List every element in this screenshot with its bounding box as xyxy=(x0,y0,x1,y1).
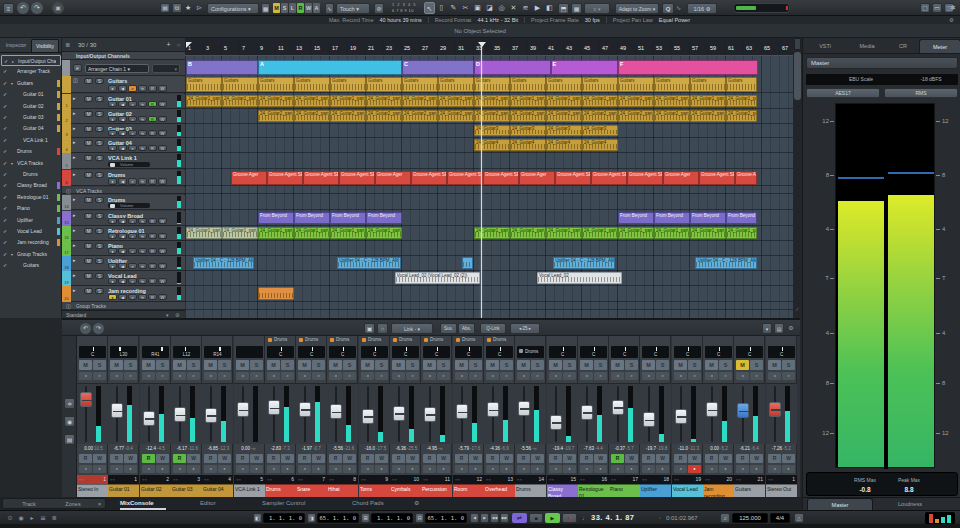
track-write-button[interactable]: W xyxy=(158,248,167,255)
channel-name-cell[interactable]: Room xyxy=(453,484,484,497)
track-row[interactable]: 3▸MSGuitar 03●◀e≋RW xyxy=(62,124,185,138)
monitor-button[interactable]: ◂ xyxy=(267,465,280,473)
fader-handle[interactable] xyxy=(643,412,655,427)
marker-icon[interactable]: ⊳ xyxy=(196,3,205,13)
playhead[interactable] xyxy=(481,42,482,318)
clip[interactable]: 24_Guitar1_part. xyxy=(618,227,654,240)
monitor-button[interactable]: ◂ xyxy=(361,465,374,473)
record-enable-button[interactable]: ● xyxy=(469,465,482,473)
listen-button[interactable]: ◂ xyxy=(423,372,436,380)
solo-button[interactable]: S xyxy=(95,78,104,85)
clip[interactable]: Guitars xyxy=(402,77,438,92)
track-row[interactable]: 19▸MSVocal Lead●◀e≋RW xyxy=(62,271,185,286)
mixer-window-icon[interactable]: ▣ xyxy=(364,323,375,334)
tempo-track-icon[interactable]: ♫ xyxy=(720,513,730,523)
check-icon[interactable]: ✓ xyxy=(3,79,11,88)
record-mode-icon-5[interactable]: ≣ xyxy=(49,513,59,523)
channel-strip-stereo-out[interactable]: CMS◂e-7.26-5.2RW◂●○○1Stereo Out xyxy=(766,336,797,497)
arranger-section[interactable]: A xyxy=(258,60,402,75)
position-format-icon[interactable]: ♩ xyxy=(582,513,589,523)
write-button[interactable]: W xyxy=(187,454,200,463)
channel-strip-overhead[interactable]: DrumsCMS◂e-4.36-6.9RW◂●○○13Overhead xyxy=(484,336,515,497)
clip[interactable]: Vocal Lead_02 xyxy=(537,272,622,285)
monitor-button[interactable]: ◂ xyxy=(674,465,687,473)
edit-channel-button[interactable]: e xyxy=(312,372,325,380)
edit-channel-button[interactable]: e xyxy=(719,372,732,380)
clip[interactable]: 24_Guitar1_part. xyxy=(186,95,222,108)
edit-channel-button[interactable]: e xyxy=(218,372,231,380)
play-tool-icon[interactable]: ▶ xyxy=(532,2,543,14)
channel-name-cell[interactable]: Classy Broad xyxy=(547,484,578,497)
track-read-button[interactable]: R xyxy=(148,145,157,152)
read-button[interactable]: R xyxy=(392,454,405,463)
vca-slider-handle[interactable] xyxy=(110,163,115,167)
locator-button-1[interactable]: ◧ xyxy=(253,513,262,523)
find-track-icon[interactable]: ○ xyxy=(174,40,183,50)
channel-strip-guitar-01[interactable]: L30MS◂e-6.77-0.4RW◂●○○1Guitar 01 xyxy=(108,336,139,497)
check-icon[interactable]: ✓ xyxy=(3,227,11,236)
fader-handle[interactable] xyxy=(111,403,123,418)
clip[interactable]: 24_Guitar2_part. xyxy=(438,110,474,123)
track-row[interactable]: 20▸MSJam recording●◀e≋RW xyxy=(62,286,185,302)
channel-name-cell[interactable]: Jam recording xyxy=(703,484,734,497)
track-freeze-button[interactable]: ≋ xyxy=(138,218,147,225)
vca-volume-slider[interactable]: Volume xyxy=(108,203,150,208)
pan-control[interactable]: R14 xyxy=(204,346,231,358)
solo-button[interactable]: S xyxy=(95,228,104,235)
track-record-button[interactable]: ● xyxy=(108,178,117,185)
arrange-track-lane-retrologue-01[interactable]: 24_Guitar1_part.24_Guitar1_part.24_Guita… xyxy=(185,226,793,241)
record-mode-icon-3[interactable]: ▸ xyxy=(27,513,37,523)
track-freeze-button[interactable]: ≋ xyxy=(138,278,147,285)
solo-button[interactable]: S xyxy=(187,360,200,370)
fader-handle[interactable] xyxy=(330,404,342,419)
pan-control[interactable]: C xyxy=(642,346,669,358)
channel-strip-drums[interactable]: DrumsMS◂e-5.56-∞RW◂●○○14Drums xyxy=(515,336,546,497)
mixer-left-select-icon[interactable]: ≑ xyxy=(64,398,75,409)
check-icon[interactable]: ✓ xyxy=(3,159,11,168)
track-record-button[interactable]: ● xyxy=(108,233,117,240)
record-enable-button[interactable]: ● xyxy=(406,465,419,473)
scale-reference[interactable]: -18 dBFS xyxy=(906,75,956,84)
read-button[interactable]: R xyxy=(79,454,92,463)
read-button[interactable]: R xyxy=(736,454,749,463)
visibility-item[interactable]: ✓Guitar 04 xyxy=(1,123,61,134)
pan-control[interactable]: C xyxy=(392,346,419,358)
track-row[interactable]: 1▸MSGuitar 01●◀e≋RW xyxy=(62,94,185,109)
clip[interactable]: 24_Guitar1_part. xyxy=(726,227,757,240)
secondary-time-icon[interactable]: ◔ xyxy=(658,513,665,523)
write-button[interactable]: W xyxy=(719,454,732,463)
clip[interactable]: 24_Guitar1_part. xyxy=(654,227,690,240)
monitor-button[interactable]: ◂ xyxy=(173,465,186,473)
clip[interactable]: 24_Guitar1_part. xyxy=(366,95,402,108)
fader-handle[interactable] xyxy=(706,402,718,417)
export-icon[interactable]: ▦ xyxy=(261,3,270,14)
write-button[interactable]: W xyxy=(656,454,669,463)
fader-handle[interactable] xyxy=(174,407,186,422)
edit-channel-button[interactable]: e xyxy=(782,372,795,380)
fader-handle[interactable] xyxy=(268,400,280,415)
arrange-track-lane-vca-tracks[interactable] xyxy=(185,187,793,194)
listen-button[interactable]: ◂ xyxy=(236,372,249,380)
record-enable-button[interactable]: ● xyxy=(656,465,669,473)
clip[interactable]: Groove Agent SE xyxy=(555,171,591,185)
read-button[interactable]: R xyxy=(361,454,374,463)
track-freeze-button[interactable]: ≋ xyxy=(138,263,147,270)
locator-display-1[interactable]: 1. 1. 1. 0 xyxy=(263,513,305,523)
track-freeze-button[interactable]: ≋ xyxy=(138,116,147,123)
edit-channel-button[interactable]: e xyxy=(343,372,356,380)
solo-button[interactable]: S xyxy=(406,360,419,370)
clip[interactable]: 24_Guitar2_part. xyxy=(690,110,726,123)
locator-display-4[interactable]: 65. 1. 1. 0 xyxy=(425,513,467,523)
check-icon[interactable]: ✓ xyxy=(3,193,11,202)
monitor-button[interactable]: ◂ xyxy=(517,465,530,473)
visibility-item[interactable]: ✓▸Input/Output Chann xyxy=(1,55,61,66)
track-edit-button[interactable]: e xyxy=(128,130,137,137)
write-button[interactable]: W xyxy=(312,454,325,463)
clip[interactable]: Uplifter 04 - C - 128 BPM_AM xyxy=(337,257,401,270)
pan-control[interactable]: C xyxy=(298,346,325,358)
clip[interactable]: 24_Guitar2_part. xyxy=(510,110,546,123)
clip[interactable]: Guitars xyxy=(330,77,366,92)
mute-button[interactable]: M xyxy=(768,360,781,370)
read-button[interactable]: R xyxy=(611,454,624,463)
fader-handle[interactable] xyxy=(299,402,311,417)
